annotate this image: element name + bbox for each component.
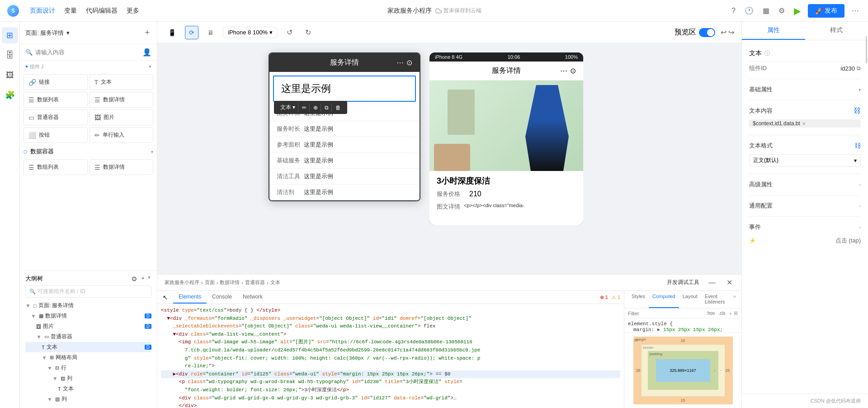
devtools-panel: ↖ Elements Console Network ⊗ 1 ⚠ 1 <styl… bbox=[157, 290, 741, 408]
device-selector[interactable]: iPhone 8 100% ▾ bbox=[223, 27, 278, 38]
filter-expand-btn[interactable]: ⊞ bbox=[734, 310, 738, 316]
table-button[interactable]: ▦ bbox=[761, 5, 771, 17]
devtools-cursor-btn[interactable]: ↖ bbox=[161, 292, 170, 303]
tab-styles[interactable]: 样式 bbox=[805, 22, 868, 40]
refresh-btn[interactable]: ↺ bbox=[283, 25, 296, 39]
text-type-selector[interactable]: 文本 ▾ bbox=[278, 103, 298, 112]
comp-datalist-label: 数据列表 bbox=[37, 96, 59, 104]
tree-grid[interactable]: ▼ ⊞ 网格布局 bbox=[25, 352, 151, 363]
nav-code-editor[interactable]: 代码编辑器 bbox=[86, 7, 118, 15]
nav-page-design[interactable]: 页面设计 bbox=[30, 7, 55, 15]
nav-variables[interactable]: 变量 bbox=[64, 7, 77, 15]
chevron-down2-icon[interactable]: ▼ bbox=[147, 275, 151, 282]
collapse-icon[interactable]: ▾ bbox=[149, 64, 151, 70]
common-config-header[interactable]: 通用配置 › bbox=[749, 199, 861, 213]
text-delete-icon[interactable]: 🗑 bbox=[333, 104, 344, 112]
desktop-view-btn[interactable]: 🖥 bbox=[204, 26, 217, 39]
comp-image[interactable]: 🖼 图片 bbox=[90, 109, 154, 125]
text-format-link-icon[interactable]: ⛓ bbox=[854, 142, 861, 149]
styles-expand-btn[interactable]: » bbox=[731, 291, 738, 308]
comp-button[interactable]: ⬜ 按钮 bbox=[24, 127, 88, 143]
devtools-filter-input[interactable] bbox=[628, 311, 705, 316]
filter-hov-btn[interactable]: :hov bbox=[707, 311, 715, 316]
tree-row[interactable]: ▼ ⊟ 行 bbox=[25, 363, 151, 373]
undo-btn[interactable]: ↩ bbox=[721, 28, 726, 37]
comp-data-list2[interactable]: ☰ 数组列表 bbox=[24, 159, 88, 175]
code-line-selected[interactable]: ▶<div role="container" id="id125" class=… bbox=[161, 370, 620, 379]
copy-id-icon[interactable]: ⧉ bbox=[857, 65, 861, 71]
basic-props-header[interactable]: 基础属性 ▾ bbox=[749, 83, 861, 96]
divider-5 bbox=[749, 195, 861, 195]
tab-properties[interactable]: 属性 bbox=[742, 22, 805, 40]
selected-text-block[interactable]: 这里是示例 文本 ▾ ✏ ⊕ ⧉ 🗑 bbox=[273, 76, 416, 102]
preview-switch[interactable] bbox=[699, 28, 715, 37]
filter-cls-btn[interactable]: .cls bbox=[719, 311, 726, 316]
devtools-events-tab[interactable]: Event Listeners bbox=[701, 291, 731, 308]
page-selector[interactable]: 页面: 服务详情 ▾ bbox=[25, 29, 70, 37]
tree-container[interactable]: ▼ ▭ 普通容器 bbox=[25, 332, 151, 342]
device-selector-label: iPhone 8 100% bbox=[228, 29, 268, 36]
comp-data-detail2[interactable]: ☰ 数据详情 bbox=[90, 159, 154, 175]
tree-text2[interactable]: T 文本 bbox=[25, 384, 151, 394]
chevron-up-icon[interactable]: ▲ bbox=[141, 275, 145, 282]
sidebar-icon-media[interactable]: 🖼 bbox=[2, 67, 18, 83]
text-edit-icon[interactable]: ✏ bbox=[299, 104, 310, 112]
devtools-tab-console[interactable]: Console bbox=[207, 291, 237, 304]
devtools-close-btn[interactable]: ✕ bbox=[725, 276, 734, 289]
sidebar-icon-data[interactable]: 🗄 bbox=[2, 47, 18, 63]
devtools-computed-tab[interactable]: Computed bbox=[649, 291, 679, 308]
publish-button[interactable]: 🚀 发布 bbox=[808, 4, 844, 18]
history-button[interactable]: 🕐 bbox=[743, 5, 755, 17]
comp-datalist[interactable]: ☰ 数据列表 bbox=[24, 92, 88, 108]
devtools-tab-elements[interactable]: Elements bbox=[173, 291, 207, 304]
advanced-props-header[interactable]: 高级属性 › bbox=[749, 178, 861, 191]
phone-view-btn[interactable]: 📱 bbox=[165, 26, 179, 39]
tree-col2[interactable]: ▼ ▧ 列 bbox=[25, 394, 151, 404]
devtools-tab-network[interactable]: Network bbox=[237, 291, 268, 304]
devtools-layout-tab[interactable]: Layout bbox=[679, 291, 701, 308]
add-page-button[interactable]: + bbox=[143, 26, 151, 39]
outline-expand-icon[interactable]: ⊙ bbox=[132, 275, 137, 282]
text-duplicate-icon[interactable]: ⧉ bbox=[322, 104, 332, 112]
tree-image[interactable]: 🖼 图片 D bbox=[25, 321, 151, 332]
comp-container[interactable]: ▭ 普通容器 bbox=[24, 109, 88, 125]
redo-btn[interactable]: ↪ bbox=[728, 28, 734, 37]
breadcrumb-app[interactable]: 家政服务小程序 bbox=[165, 279, 199, 286]
events-header[interactable]: 事件 › bbox=[749, 220, 861, 234]
breadcrumb-data-detail[interactable]: 数据详情 bbox=[220, 279, 240, 286]
text-format-select[interactable]: 正文(默认) ▾ bbox=[749, 154, 861, 166]
sidebar-icon-pages[interactable]: ⊞ bbox=[2, 27, 18, 43]
devtools-code-view[interactable]: <style type="text/css">body { } </style>… bbox=[157, 304, 624, 408]
search-input[interactable] bbox=[35, 49, 140, 56]
tree-col1[interactable]: ▼ ▧ 列 bbox=[25, 373, 151, 384]
devtools-minimize-btn[interactable]: — bbox=[707, 277, 717, 289]
settings-button[interactable]: ⚙ bbox=[777, 5, 787, 17]
text-content-tag-close[interactable]: ✕ bbox=[802, 121, 806, 126]
info-icon[interactable]: ⓘ bbox=[764, 50, 770, 57]
more-button[interactable]: ⋯ bbox=[850, 5, 861, 17]
text-content-link-icon[interactable]: ⛓ bbox=[854, 107, 861, 115]
breadcrumb-text[interactable]: 文本 bbox=[270, 279, 280, 286]
search-comp-bar[interactable]: 🔍 可搜索组件名称 / ID bbox=[25, 285, 151, 298]
run-button[interactable]: ▶ bbox=[792, 4, 802, 18]
responsive-view-btn[interactable]: ⟳ bbox=[185, 26, 198, 39]
sidebar-icon-plugins[interactable]: 🧩 bbox=[2, 87, 18, 103]
undo-redo: ↩ ↪ bbox=[721, 28, 734, 37]
tree-data-detail[interactable]: ▼ ▦ 数据详情 D bbox=[25, 311, 151, 321]
text-copy-icon[interactable]: ⊕ bbox=[311, 104, 321, 112]
tree-page[interactable]: ▼ □ 页面: 服务详情 bbox=[25, 300, 151, 311]
forward-btn[interactable]: ↻ bbox=[302, 25, 315, 39]
comp-input[interactable]: ✏ 单行输入 bbox=[90, 127, 154, 143]
comp-text[interactable]: T 文本 bbox=[90, 74, 154, 90]
search-bar: 🔍 👤 bbox=[20, 44, 157, 61]
breadcrumb-page[interactable]: 页面 bbox=[205, 279, 215, 286]
help-button[interactable]: ? bbox=[730, 5, 737, 17]
comp-link[interactable]: 🔗 链接 bbox=[24, 74, 88, 90]
data-container-expand[interactable]: ▾ bbox=[151, 149, 153, 154]
devtools-styles-tab[interactable]: Styles bbox=[628, 291, 649, 308]
comp-datadetail[interactable]: ☰ 数据详情 bbox=[90, 92, 154, 108]
filter-plus-btn[interactable]: + bbox=[729, 311, 732, 316]
nav-more[interactable]: 更多 bbox=[127, 7, 139, 15]
breadcrumb-container[interactable]: 普通容器 bbox=[245, 279, 265, 286]
tree-text[interactable]: T 文本 D bbox=[25, 342, 151, 352]
